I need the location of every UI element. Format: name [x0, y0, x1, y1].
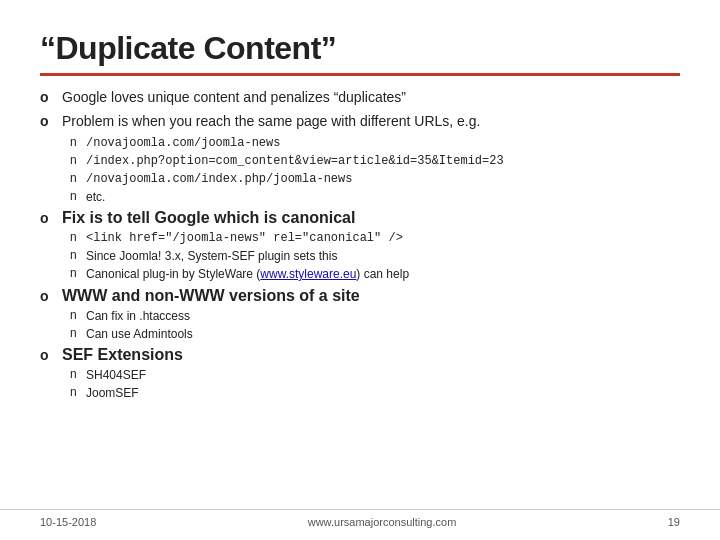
- url-example-1: n /novajoomla.com/joomla-news: [70, 135, 680, 152]
- main-point-2: o Problem is when you reach the same pag…: [40, 112, 680, 132]
- fix-bullet-3: n Canonical plug-in by StyleWare (www.st…: [70, 266, 680, 283]
- sub-bullet-icon: n: [70, 248, 80, 262]
- bullet-icon-2: o: [40, 113, 54, 129]
- sub-bullet-icon: n: [70, 266, 80, 280]
- sub-bullet-icon: n: [70, 385, 80, 399]
- sub-bullet-icon: n: [70, 367, 80, 381]
- fix-bullet-3-text: Canonical plug-in by StyleWare (www.styl…: [86, 266, 409, 283]
- bullet-icon-sef: o: [40, 347, 54, 363]
- fix-bullet-1: n <link href="/joomla-news" rel="canonic…: [70, 230, 680, 247]
- fix-bullet-2-text: Since Joomla! 3.x, System-SEF plugin set…: [86, 248, 337, 265]
- url-example-2-text: /index.php?option=com_content&view=artic…: [86, 153, 504, 170]
- sub-bullet-icon: n: [70, 230, 80, 244]
- sub-bullet-icon: n: [70, 308, 80, 322]
- main-point-1: o Google loves unique content and penali…: [40, 88, 680, 108]
- www-bullets-list: n Can fix in .htaccess n Can use Adminto…: [70, 308, 680, 343]
- url-example-3: n /novajoomla.com/index.php/joomla-news: [70, 171, 680, 188]
- sef-bullet-2: n JoomSEF: [70, 385, 680, 402]
- url-example-1-text: /novajoomla.com/joomla-news: [86, 135, 280, 152]
- fix-section: o Fix is to tell Google which is canonic…: [40, 209, 680, 227]
- fix-bullet-1-text: <link href="/joomla-news" rel="canonical…: [86, 230, 403, 247]
- www-bullet-2-text: Can use Admintools: [86, 326, 193, 343]
- www-section: o WWW and non-WWW versions of a site: [40, 287, 680, 305]
- www-bullet-1-text: Can fix in .htaccess: [86, 308, 190, 325]
- sub-bullet-icon: n: [70, 189, 80, 203]
- fix-bullets-list: n <link href="/joomla-news" rel="canonic…: [70, 230, 680, 282]
- www-heading-text: WWW and non-WWW versions of a site: [62, 287, 360, 305]
- sub-bullet-icon: n: [70, 135, 80, 149]
- sub-bullet-icon: n: [70, 326, 80, 340]
- main-point-2-text: Problem is when you reach the same page …: [62, 112, 480, 132]
- slide-title: “Duplicate Content”: [40, 30, 680, 67]
- title-underline: [40, 73, 680, 76]
- www-bullet-2: n Can use Admintools: [70, 326, 680, 343]
- footer-page-number: 19: [668, 516, 680, 528]
- footer: 10-15-2018 www.ursamajorconsulting.com 1…: [0, 509, 720, 528]
- url-example-4-text: etc.: [86, 189, 105, 206]
- fix-bullet-3-suffix: ) can help: [356, 267, 409, 281]
- sef-section: o SEF Extensions: [40, 346, 680, 364]
- fix-bullet-2: n Since Joomla! 3.x, System-SEF plugin s…: [70, 248, 680, 265]
- footer-date: 10-15-2018: [40, 516, 96, 528]
- sef-bullet-2-text: JoomSEF: [86, 385, 139, 402]
- sub-bullet-icon: n: [70, 153, 80, 167]
- main-point-1-text: Google loves unique content and penalize…: [62, 88, 406, 108]
- styleware-link[interactable]: www.styleware.eu: [260, 267, 356, 281]
- sef-bullet-1-text: SH404SEF: [86, 367, 146, 384]
- content-area: o Google loves unique content and penali…: [40, 88, 680, 402]
- url-examples-list: n /novajoomla.com/joomla-news n /index.p…: [70, 135, 680, 205]
- bullet-icon-www: o: [40, 288, 54, 304]
- footer-website: www.ursamajorconsulting.com: [308, 516, 457, 528]
- url-example-4: n etc.: [70, 189, 680, 206]
- url-example-3-text: /novajoomla.com/index.php/joomla-news: [86, 171, 352, 188]
- slide: “Duplicate Content” o Google loves uniqu…: [0, 0, 720, 540]
- bullet-icon-fix: o: [40, 210, 54, 226]
- sef-heading-text: SEF Extensions: [62, 346, 183, 364]
- url-example-2: n /index.php?option=com_content&view=art…: [70, 153, 680, 170]
- www-bullet-1: n Can fix in .htaccess: [70, 308, 680, 325]
- bullet-icon-1: o: [40, 89, 54, 105]
- sub-bullet-icon: n: [70, 171, 80, 185]
- sef-bullets-list: n SH404SEF n JoomSEF: [70, 367, 680, 402]
- fix-heading-text: Fix is to tell Google which is canonical: [62, 209, 355, 227]
- sef-bullet-1: n SH404SEF: [70, 367, 680, 384]
